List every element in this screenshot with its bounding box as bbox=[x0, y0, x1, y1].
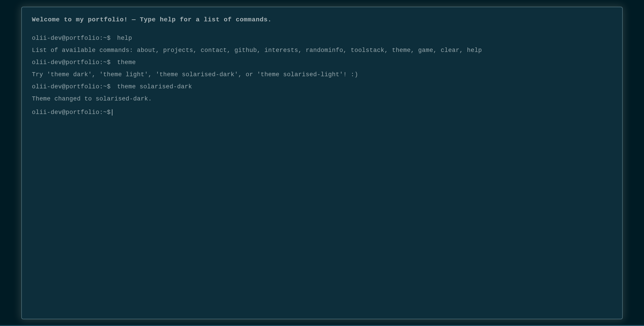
output-2: Theme changed to solarised-dark. bbox=[32, 93, 612, 105]
history-entry-2: olii-dev@portfolio:~$ theme solarised-da… bbox=[32, 81, 612, 93]
output-0: List of available commands: about, proje… bbox=[32, 44, 612, 56]
prompt: olii-dev@portfolio:~$ bbox=[32, 35, 111, 42]
bottom-edge-decoration bbox=[0, 325, 644, 326]
prompt: olii-dev@portfolio:~$ bbox=[32, 83, 111, 90]
history-entry-0: olii-dev@portfolio:~$ help bbox=[32, 32, 612, 44]
output-1: Try 'theme dark', 'theme light', 'theme … bbox=[32, 69, 612, 81]
terminal-input[interactable] bbox=[114, 109, 612, 116]
cursor-icon bbox=[112, 109, 112, 116]
command-text: help bbox=[117, 35, 132, 42]
history-entry-1: olii-dev@portfolio:~$ theme bbox=[32, 56, 612, 69]
current-prompt: olii-dev@portfolio:~$ bbox=[32, 109, 111, 116]
input-line: olii-dev@portfolio:~$ bbox=[32, 109, 612, 116]
command-text: theme solarised-dark bbox=[117, 83, 192, 90]
terminal-window[interactable]: Welcome to my portfolio! — Type help for… bbox=[21, 7, 623, 319]
welcome-message: Welcome to my portfolio! — Type help for… bbox=[32, 16, 612, 23]
command-text: theme bbox=[117, 59, 136, 66]
prompt: olii-dev@portfolio:~$ bbox=[32, 59, 111, 66]
